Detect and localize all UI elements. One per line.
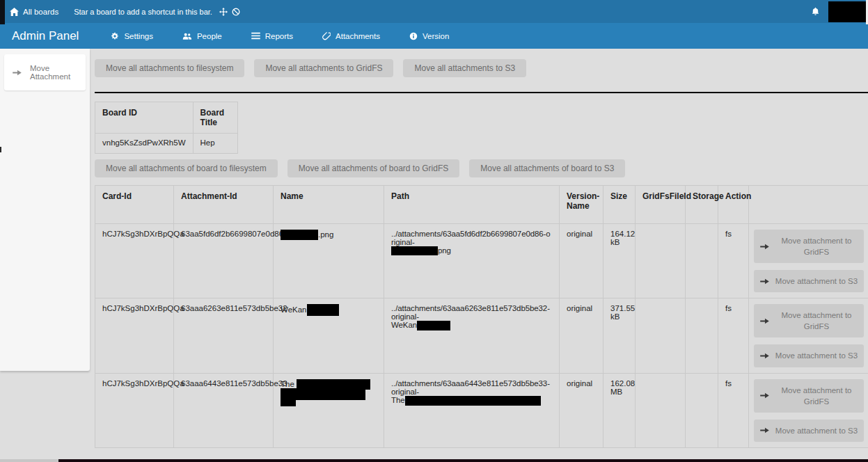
card-id-header: Card-Id: [95, 186, 174, 224]
action-value-cell: fs: [718, 298, 749, 373]
attachment-id-cell: 63aa5fd6df2b6699807e0d86: [174, 224, 274, 298]
nav-item-version[interactable]: Version: [409, 32, 449, 40]
star-board-hint: Star a board to add a shortcut in this b…: [74, 8, 212, 16]
window-edge-artifact: [0, 0, 5, 24]
card-id-cell: hCJ7kSg3hDXrBpQQa: [95, 224, 174, 298]
move-board-to-gridfs-button[interactable]: Move all attachments of board to GridFS: [287, 159, 459, 177]
redacted-name: [297, 379, 370, 390]
version-name-header: Version-Name: [560, 186, 603, 224]
size-cell: 371.55 kB: [603, 298, 636, 373]
move-attachment-to-gridfs-button[interactable]: Move attachment to GridFS: [754, 304, 864, 337]
name-cell: .png: [274, 224, 384, 298]
window-edge-artifact: [0, 147, 1, 152]
gridfsfileid-cell: [636, 224, 686, 298]
storage-cell: [686, 373, 718, 447]
storage-cell: [686, 224, 718, 298]
name-cell: WeKan: [274, 298, 384, 373]
gear-icon: [111, 32, 119, 40]
board-table: Board ID Board Title vnhg5KsZsdPwXRh5W H…: [95, 102, 238, 154]
storage-cell: [686, 298, 718, 373]
gridfsfileid-cell: [636, 298, 686, 373]
nav-label: People: [197, 32, 222, 40]
move-handle-icon[interactable]: [219, 8, 228, 16]
sidebar-item-move-attachment[interactable]: Move Attachment: [4, 54, 86, 90]
redacted-name: [281, 388, 365, 400]
nav-label: Reports: [265, 32, 293, 40]
arrow-right-icon: [760, 352, 769, 360]
path-line2-suffix: png: [438, 246, 451, 255]
attachment-row: hCJ7kSg3hDXrBpQQa 63aa5fd6df2b6699807e0d…: [95, 224, 868, 298]
size-cell: 164.12 kB: [603, 224, 636, 298]
move-all-to-filesystem-button[interactable]: Move all attachments to filesystem: [95, 59, 244, 77]
name-header: Name: [274, 186, 384, 224]
version-name-cell: original: [560, 373, 603, 447]
admin-panel-screen: All boards Star a board to add a shortcu…: [0, 0, 868, 462]
path-line1: ../attachments/63aa5fd6df2b6699807e0d86-…: [391, 230, 551, 246]
board-id-header: Board ID: [95, 102, 194, 134]
name-suffix: .png: [318, 230, 333, 239]
global-actions-row: Move all attachments to filesystem Move …: [95, 59, 868, 77]
move-board-to-filesystem-button[interactable]: Move all attachments of board to filesys…: [95, 159, 278, 177]
paperclip-icon: [322, 32, 331, 40]
board-actions-row: Move all attachments of board to filesys…: [95, 159, 868, 177]
redacted-path: [391, 246, 438, 255]
redacted-name: [307, 304, 339, 316]
all-boards-link[interactable]: All boards: [10, 8, 58, 16]
page-title: Admin Panel: [12, 29, 79, 43]
arrow-right-icon: [760, 243, 769, 250]
name-prefix: The: [281, 379, 297, 388]
path-line2-prefix: WeKan: [391, 321, 417, 329]
action-buttons-cell: Move attachment to GridFS Move attachmen…: [749, 224, 868, 298]
admin-nav: Settings People Reports Attachments: [111, 32, 449, 40]
main-content: Move all attachments to filesystem Move …: [95, 49, 868, 448]
top-bar: All boards Star a board to add a shortcu…: [0, 0, 868, 23]
size-header: Size: [603, 186, 636, 224]
window-edge-artifact: [58, 459, 868, 462]
buttons-header: [749, 186, 868, 224]
card-id-cell: hCJ7kSg3hDXrBpQQa: [95, 373, 174, 447]
nav-label: Attachments: [336, 32, 380, 40]
path-line1: ../attachments/63aaa6443e811e573db5be33-…: [391, 379, 550, 396]
attachment-id-header: Attachment-Id: [174, 186, 274, 224]
redacted-user-area: [828, 1, 866, 22]
board-title-header: Board Title: [193, 102, 237, 134]
move-attachment-to-s3-button[interactable]: Move attachment to S3: [754, 270, 864, 292]
attachment-row: hCJ7kSg3hDXrBpQQa 63aaa6263e811e573db5be…: [95, 298, 868, 373]
all-boards-label: All boards: [23, 8, 58, 16]
name-cell: The: [274, 373, 384, 447]
attachment-id-cell: 63aaa6443e811e573db5be33: [174, 373, 274, 447]
move-all-to-s3-button[interactable]: Move all attachments to S3: [403, 59, 526, 77]
path-cell: ../attachments/63aaa6443e811e573db5be33-…: [384, 373, 560, 447]
ban-icon[interactable]: [232, 8, 240, 16]
action-value-cell: fs: [718, 224, 749, 298]
board-id-cell: vnhg5KsZsdPwXRh5W: [95, 134, 194, 154]
move-board-to-s3-button[interactable]: Move all attachments of board to S3: [469, 159, 625, 177]
nav-item-settings[interactable]: Settings: [111, 32, 153, 40]
nav-item-reports[interactable]: Reports: [251, 32, 293, 40]
size-cell: 162.08 MB: [603, 373, 636, 447]
action-value-cell: fs: [718, 373, 749, 447]
nav-item-attachments[interactable]: Attachments: [322, 32, 380, 40]
info-icon: [409, 32, 418, 40]
move-attachment-to-s3-button[interactable]: Move attachment to S3: [754, 344, 864, 367]
path-line1: ../attachments/63aaa6263e811e573db5be32-…: [391, 304, 550, 321]
move-attachment-to-gridfs-button[interactable]: Move attachment to GridFS: [754, 230, 864, 263]
gridfsfileid-cell: [636, 373, 686, 447]
attachment-id-cell: 63aaa6263e811e573db5be32: [174, 298, 274, 373]
arrow-right-icon: [13, 69, 22, 77]
notifications-bell-icon[interactable]: [811, 7, 820, 16]
move-attachment-to-gridfs-button[interactable]: Move attachment to GridFS: [754, 379, 864, 413]
attachment-row: hCJ7kSg3hDXrBpQQa 63aaa6443e811e573db5be…: [95, 373, 868, 447]
nav-item-people[interactable]: People: [182, 32, 222, 40]
path-line2-prefix: The: [391, 396, 405, 404]
admin-panel-bar: Admin Panel Settings People Reports: [0, 23, 868, 49]
arrow-right-icon: [760, 278, 769, 285]
attachments-table: Card-Id Attachment-Id Name Path Version-…: [95, 185, 868, 448]
move-attachment-to-s3-button[interactable]: Move attachment to S3: [754, 420, 864, 442]
arrow-right-icon: [760, 392, 769, 399]
version-name-cell: original: [560, 298, 603, 373]
move-all-to-gridfs-button[interactable]: Move all attachments to GridFS: [254, 59, 393, 77]
arrow-right-icon: [760, 427, 769, 434]
redacted-path: [405, 396, 541, 406]
window-edge-artifact: [0, 459, 58, 462]
